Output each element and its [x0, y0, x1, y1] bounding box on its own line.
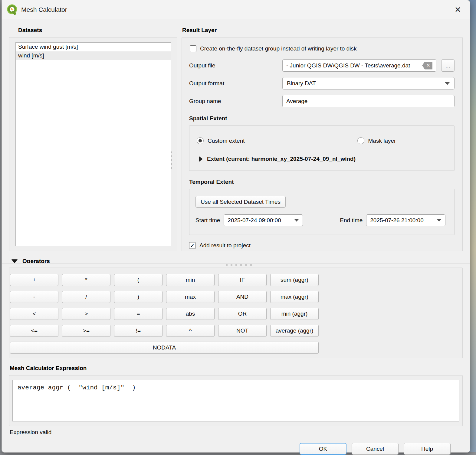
- mesh-calculator-dialog: Mesh Calculator ✕ Datasets Surface wind …: [2, 0, 470, 453]
- operator-button-less-equal[interactable]: <=: [10, 325, 58, 337]
- datasets-heading: Datasets: [18, 27, 177, 34]
- operators-panel: + * ( min IF sum (aggr) - / ) max AND ma…: [9, 268, 463, 358]
- output-format-label: Output format: [189, 80, 282, 87]
- output-format-value: Binary DAT: [287, 80, 316, 87]
- start-time-select[interactable]: 2025-07-24 09:00:00: [224, 214, 303, 226]
- operator-button-open-paren[interactable]: (: [114, 274, 162, 286]
- end-time-value: 2025-07-26 21:00:00: [370, 217, 423, 224]
- operator-button-plus[interactable]: +: [10, 274, 58, 286]
- temporal-extent-heading: Temporal Extent: [189, 179, 455, 185]
- close-icon[interactable]: ✕: [452, 4, 464, 16]
- output-format-select[interactable]: Binary DAT: [282, 77, 455, 89]
- add-result-label: Add result to project: [199, 242, 251, 249]
- operator-button-max[interactable]: max: [166, 291, 215, 303]
- operator-button-sum-aggr[interactable]: sum (aggr): [270, 274, 319, 286]
- operator-button-abs[interactable]: abs: [166, 308, 215, 320]
- vertical-splitter-handle[interactable]: [171, 151, 172, 169]
- operator-button-divide[interactable]: /: [62, 291, 110, 303]
- operator-button-equals[interactable]: =: [114, 308, 162, 320]
- spatial-extent-heading: Spatial Extent: [189, 115, 455, 122]
- operator-button-greater-than[interactable]: >: [62, 308, 110, 320]
- horizontal-splitter-handle[interactable]: [226, 264, 252, 266]
- collapse-arrow-icon: [11, 259, 18, 263]
- create-on-the-fly-label: Create on-the-fly dataset group instead …: [200, 45, 357, 52]
- use-all-dataset-times-button[interactable]: Use all Selected Dataset Times: [195, 196, 286, 208]
- spatial-extent-box: Custom extent Mask layer Extent (current…: [189, 125, 455, 171]
- create-on-the-fly-checkbox[interactable]: [190, 45, 196, 52]
- datasets-panel: Surface wind gust [m/s] wind [m/s]: [9, 37, 177, 251]
- temporal-extent-box: Use all Selected Dataset Times Start tim…: [189, 189, 455, 235]
- operator-button-power[interactable]: ^: [166, 325, 215, 337]
- operator-button-not[interactable]: NOT: [218, 325, 267, 337]
- titlebar: Mesh Calculator ✕: [2, 0, 470, 19]
- mask-layer-radio[interactable]: [357, 137, 364, 144]
- extent-current-label: Extent (current: harmonie_xy_2025-07-24_…: [207, 156, 356, 162]
- add-result-checkbox[interactable]: ✓: [189, 242, 196, 249]
- output-file-label: Output file: [189, 62, 282, 69]
- operator-button-and[interactable]: AND: [218, 291, 267, 303]
- group-name-input[interactable]: Average: [282, 95, 455, 107]
- operator-button-close-paren[interactable]: ): [114, 291, 162, 303]
- operator-button-multiply[interactable]: *: [62, 274, 110, 286]
- ok-button[interactable]: OK: [300, 443, 346, 455]
- chevron-down-icon: [437, 219, 442, 222]
- extent-collapsible[interactable]: Extent (current: harmonie_xy_2025-07-24_…: [197, 156, 447, 162]
- expression-heading: Mesh Calculator Expression: [10, 365, 463, 372]
- operator-button-less-than[interactable]: <: [10, 308, 58, 320]
- operator-button-average-aggr[interactable]: average (aggr): [270, 325, 319, 337]
- group-name-label: Group name: [189, 98, 282, 105]
- output-file-value: - Junior QGIS DW\QGIS DW - Tests\average…: [286, 62, 420, 69]
- window-title: Mesh Calculator: [21, 6, 67, 13]
- result-layer-heading: Result Layer: [182, 27, 463, 34]
- qgis-logo-icon: [7, 4, 18, 15]
- expression-status: Expression valid: [10, 429, 463, 436]
- operator-button-or[interactable]: OR: [218, 308, 267, 320]
- list-item[interactable]: wind [m/s]: [16, 51, 171, 60]
- end-time-label: End time: [340, 217, 363, 224]
- custom-extent-radio[interactable]: [197, 137, 204, 144]
- operator-button-minus[interactable]: -: [10, 291, 58, 303]
- expand-arrow-icon: [199, 156, 203, 162]
- operator-button-greater-equal[interactable]: >=: [62, 325, 110, 337]
- operator-button-min[interactable]: min: [166, 274, 215, 286]
- output-file-input[interactable]: - Junior QGIS DW\QGIS DW - Tests\average…: [282, 59, 436, 72]
- chevron-down-icon: [445, 82, 450, 85]
- operator-button-nodata[interactable]: NODATA: [10, 342, 319, 354]
- help-button[interactable]: Help: [404, 443, 451, 455]
- result-layer-panel: Create on-the-fly dataset group instead …: [182, 37, 463, 251]
- start-time-label: Start time: [195, 217, 220, 224]
- cancel-button[interactable]: Cancel: [352, 443, 399, 455]
- list-item[interactable]: Surface wind gust [m/s]: [16, 43, 171, 51]
- browse-button[interactable]: ...: [441, 59, 455, 72]
- expression-editor[interactable]: average_aggr ( "wind [m/s]" ): [12, 380, 459, 421]
- dataset-list[interactable]: Surface wind gust [m/s] wind [m/s]: [15, 42, 171, 246]
- expression-panel: average_aggr ( "wind [m/s]" ): [9, 375, 463, 426]
- chevron-down-icon: [294, 219, 299, 222]
- operator-button-min-aggr[interactable]: min (aggr): [270, 308, 319, 320]
- operator-button-max-aggr[interactable]: max (aggr): [270, 291, 319, 303]
- clear-icon[interactable]: ✕: [422, 62, 432, 70]
- background-map-strip: [469, 0, 476, 455]
- end-time-select[interactable]: 2025-07-26 21:00:00: [366, 214, 445, 226]
- group-name-value: Average: [286, 98, 307, 105]
- operator-button-not-equal[interactable]: !=: [114, 325, 162, 337]
- start-time-value: 2025-07-24 09:00:00: [228, 217, 281, 224]
- operator-button-if[interactable]: IF: [218, 274, 267, 286]
- divider: [2, 263, 470, 264]
- custom-extent-label: Custom extent: [208, 138, 245, 144]
- mask-layer-label: Mask layer: [368, 138, 396, 144]
